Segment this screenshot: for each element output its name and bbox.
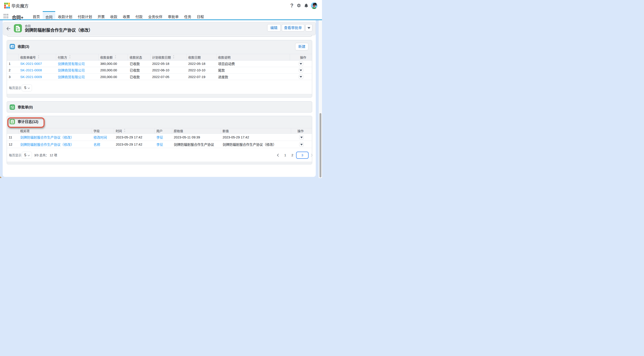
svg-text:?: ? [290,3,293,8]
